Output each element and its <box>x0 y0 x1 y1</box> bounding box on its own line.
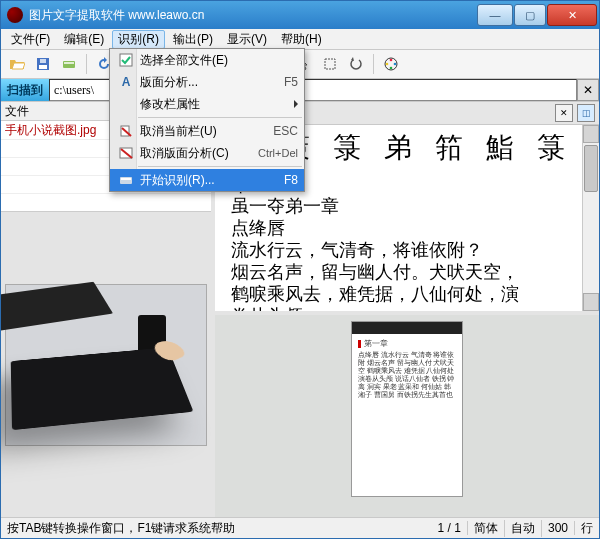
menu-item-accel: F8 <box>276 173 298 187</box>
close-doc-button[interactable]: ✕ <box>555 104 573 122</box>
svg-rect-2 <box>40 59 46 63</box>
menu-item-label: 开始识别(R)... <box>136 172 276 189</box>
status-encoding: 简体 <box>468 520 505 537</box>
svg-rect-24 <box>120 54 132 66</box>
menu-edit[interactable]: 编辑(E) <box>58 30 110 49</box>
rotate-button[interactable] <box>344 52 368 76</box>
open-file-button[interactable] <box>5 52 29 76</box>
doc-line: 点绛唇 <box>231 217 574 239</box>
layout-mode-button[interactable]: ◫ <box>577 104 595 122</box>
svg-point-21 <box>394 63 397 66</box>
svg-point-23 <box>386 63 389 66</box>
vertical-scrollbar[interactable] <box>582 125 599 311</box>
layout-icon: A <box>116 75 136 89</box>
scroll-up-button[interactable] <box>583 125 599 143</box>
menu-item-accel: ESC <box>265 124 298 138</box>
save-button[interactable] <box>31 52 55 76</box>
check-icon <box>116 53 136 67</box>
app-icon <box>7 7 23 23</box>
source-image-pane[interactable]: 第一章 点绛唇 流水行云 气清奇 将谁依附 烟云名声 留与幽人付 犬吠天空 鹤唳… <box>215 311 599 517</box>
menu-view[interactable]: 显示(V) <box>221 30 273 49</box>
recognize-menu: 选择全部文件(E) A 版面分析... F5 修改栏属性 取消当前栏(U) ES… <box>109 48 305 192</box>
menu-item-label: 取消版面分析(C) <box>136 145 250 162</box>
minimize-button[interactable]: — <box>477 4 513 26</box>
menu-start-recognition[interactable]: 开始识别(R)... F8 <box>110 169 304 191</box>
menu-select-all-files[interactable]: 选择全部文件(E) <box>110 49 304 71</box>
menu-item-label: 选择全部文件(E) <box>136 52 298 69</box>
doc-line: 鹤唳乘风去，难凭据，八仙何处，演 <box>231 283 574 305</box>
status-row: 行 <box>575 520 599 537</box>
image-preview[interactable] <box>1 212 211 517</box>
menu-recognize[interactable]: 识别(R) <box>112 30 165 49</box>
status-page: 1 / 1 <box>432 521 468 535</box>
svg-point-22 <box>390 67 393 70</box>
menu-output[interactable]: 输出(P) <box>167 30 219 49</box>
status-hint: 按TAB键转换操作窗口，F1键请求系统帮助 <box>1 520 432 537</box>
status-auto: 自动 <box>505 520 542 537</box>
doc-line: 流水行云，气清奇，将谁依附？ <box>231 239 574 261</box>
scan-button[interactable] <box>57 52 81 76</box>
close-button[interactable]: ✕ <box>547 4 597 26</box>
scroll-down-button[interactable] <box>583 293 599 311</box>
menu-cancel-current-column[interactable]: 取消当前栏(U) ESC <box>110 120 304 142</box>
doc-line: 烟云名声，留与幽人付。犬吠天空， <box>231 261 574 283</box>
app-window: 图片文字提取软件 www.leawo.cn — ▢ ✕ 文件(F) 编辑(E) … <box>0 0 600 539</box>
menu-file[interactable]: 文件(F) <box>5 30 56 49</box>
menu-item-label: 修改栏属性 <box>136 96 294 113</box>
color-button[interactable] <box>379 52 403 76</box>
svg-rect-30 <box>121 178 131 180</box>
source-phone-screenshot: 第一章 点绛唇 流水行云 气清奇 将谁依附 烟云名声 留与幽人付 犬吠天空 鹤唳… <box>351 321 463 497</box>
svg-rect-4 <box>64 62 74 64</box>
status-bar: 按TAB键转换操作窗口，F1键请求系统帮助 1 / 1 简体 自动 300 行 <box>1 517 599 538</box>
svg-rect-1 <box>39 65 47 69</box>
start-icon <box>116 173 136 187</box>
menu-edit-column-props[interactable]: 修改栏属性 <box>110 93 304 115</box>
status-number: 300 <box>542 521 575 535</box>
doc-line: 卷从头颅。 <box>231 305 574 311</box>
cancel-layout-icon <box>116 146 136 160</box>
menu-bar: 文件(F) 编辑(E) 识别(R) 输出(P) 显示(V) 帮助(H) <box>1 29 599 50</box>
window-title: 图片文字提取软件 www.leawo.cn <box>29 7 476 24</box>
preview-image <box>6 285 206 445</box>
close-panel-button[interactable]: ✕ <box>577 79 599 101</box>
scan-to-label: 扫描到 <box>1 79 49 101</box>
svg-point-20 <box>390 59 393 62</box>
menu-item-label: 取消当前栏(U) <box>136 123 265 140</box>
maximize-button[interactable]: ▢ <box>514 4 546 26</box>
menu-cancel-layout-analysis[interactable]: 取消版面分析(C) Ctrl+Del <box>110 142 304 164</box>
cancel-icon <box>116 124 136 138</box>
svg-rect-18 <box>325 59 335 69</box>
select-rect-button[interactable] <box>318 52 342 76</box>
doc-line: 虽一夺弟一章 <box>231 195 574 217</box>
scroll-thumb[interactable] <box>584 145 598 192</box>
menu-layout-analysis[interactable]: A 版面分析... F5 <box>110 71 304 93</box>
menu-item-accel: Ctrl+Del <box>250 147 298 159</box>
menu-item-accel: F5 <box>276 75 298 89</box>
title-bar[interactable]: 图片文字提取软件 www.leawo.cn — ▢ ✕ <box>1 1 599 29</box>
menu-help[interactable]: 帮助(H) <box>275 30 328 49</box>
menu-item-label: 版面分析... <box>136 74 276 91</box>
submenu-arrow-icon <box>294 100 298 108</box>
